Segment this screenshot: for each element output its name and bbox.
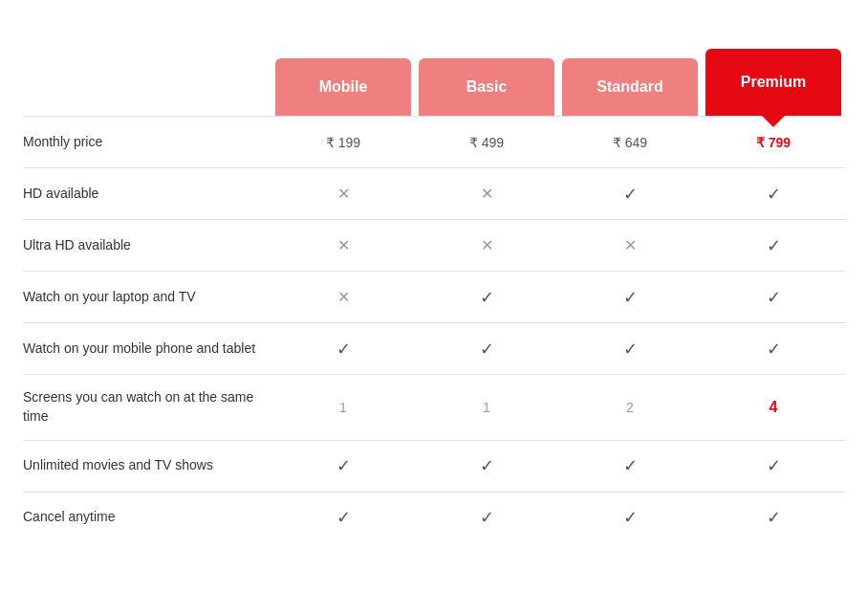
value-standard-cancel: ✓ — [558, 507, 702, 528]
value-basic-mobile-tablet: ✓ — [415, 339, 558, 360]
value-mobile-cancel: ✓ — [271, 507, 415, 528]
value-standard-ultrahd: ✕ — [558, 236, 702, 254]
cross-icon: ✕ — [481, 236, 493, 254]
value-premium-hd: ✓ — [702, 184, 845, 205]
plan-label-premium: Premium — [741, 74, 806, 91]
value-mobile-unlimited: ✓ — [271, 455, 415, 476]
plan-label-basic: Basic — [467, 78, 508, 96]
check-icon: ✓ — [480, 507, 494, 528]
value-mobile-hd: ✕ — [271, 185, 415, 203]
standard-price: ₹ 649 — [613, 135, 647, 150]
basic-price: ₹ 499 — [469, 135, 504, 150]
value-premium-laptop-tv: ✓ — [702, 287, 845, 308]
label-mobile-tablet: Watch on your mobile phone and tablet — [23, 340, 271, 359]
value-premium-mobile-tablet: ✓ — [702, 339, 845, 360]
check-icon: ✓ — [767, 184, 781, 205]
plan-header-premium[interactable]: Premium — [705, 49, 841, 116]
row-monthly-price: Monthly price ₹ 199 ₹ 499 ₹ 649 ₹ 799 — [23, 116, 845, 167]
mobile-price: ₹ 199 — [326, 135, 360, 150]
basic-screens: 1 — [483, 400, 490, 415]
value-basic-unlimited: ✓ — [415, 455, 558, 476]
check-icon: ✓ — [623, 455, 638, 476]
check-icon: ✓ — [623, 184, 638, 205]
value-mobile-mobile-tablet: ✓ — [271, 339, 415, 360]
label-ultrahd: Ultra HD available — [23, 236, 271, 255]
row-mobile-tablet: Watch on your mobile phone and tablet ✓ … — [23, 322, 845, 374]
label-unlimited: Unlimited movies and TV shows — [23, 456, 271, 475]
cross-icon: ✕ — [337, 236, 350, 254]
label-monthly-price: Monthly price — [23, 133, 271, 152]
value-basic-hd: ✕ — [415, 185, 558, 203]
cross-icon: ✕ — [481, 185, 493, 203]
standard-screens: 2 — [626, 400, 634, 415]
value-standard-laptop-tv: ✓ — [558, 287, 702, 308]
check-icon: ✓ — [480, 455, 494, 476]
value-standard-hd: ✓ — [558, 184, 702, 205]
value-mobile-laptop-tv: ✕ — [271, 288, 415, 306]
label-laptop-tv: Watch on your laptop and TV — [23, 288, 271, 307]
premium-price: ₹ 799 — [756, 135, 791, 150]
row-screens: Screens you can watch on at the same tim… — [23, 374, 845, 439]
row-cancel: Cancel anytime ✓ ✓ ✓ ✓ — [23, 492, 845, 543]
value-standard-price: ₹ 649 — [558, 135, 702, 150]
check-icon: ✓ — [767, 339, 781, 360]
header-row: Mobile Basic Standard Premium — [23, 49, 845, 116]
check-icon: ✓ — [767, 235, 781, 256]
plan-label-mobile: Mobile — [319, 78, 368, 96]
value-basic-laptop-tv: ✓ — [415, 287, 558, 308]
premium-screens: 4 — [770, 399, 778, 416]
cross-icon: ✕ — [337, 185, 350, 203]
plan-label-standard: Standard — [597, 78, 662, 96]
check-icon: ✓ — [480, 339, 494, 360]
value-basic-cancel: ✓ — [415, 507, 558, 528]
value-mobile-screens: 1 — [271, 400, 415, 415]
cross-icon: ✕ — [337, 288, 350, 306]
check-icon: ✓ — [336, 339, 351, 360]
row-hd: HD available ✕ ✕ ✓ ✓ — [23, 167, 845, 219]
value-standard-screens: 2 — [558, 400, 702, 415]
cross-icon: ✕ — [624, 236, 637, 254]
value-mobile-ultrahd: ✕ — [271, 236, 415, 254]
value-basic-ultrahd: ✕ — [415, 236, 558, 254]
check-icon: ✓ — [480, 287, 494, 308]
value-premium-cancel: ✓ — [702, 507, 845, 528]
check-icon: ✓ — [623, 287, 638, 308]
check-icon: ✓ — [767, 455, 781, 476]
row-ultrahd: Ultra HD available ✕ ✕ ✕ ✓ — [23, 219, 845, 271]
check-icon: ✓ — [336, 455, 351, 476]
value-premium-ultrahd: ✓ — [702, 235, 845, 256]
check-icon: ✓ — [623, 507, 638, 528]
check-icon: ✓ — [767, 287, 781, 308]
plan-header-mobile[interactable]: Mobile — [275, 58, 411, 116]
mobile-screens: 1 — [339, 400, 347, 415]
plan-header-basic[interactable]: Basic — [419, 58, 554, 116]
value-mobile-price: ₹ 199 — [271, 135, 415, 150]
pricing-table: Mobile Basic Standard Premium Monthly pr… — [23, 49, 845, 542]
label-cancel: Cancel anytime — [23, 508, 271, 527]
label-hd: HD available — [23, 185, 271, 204]
value-basic-price: ₹ 499 — [415, 135, 558, 150]
check-icon: ✓ — [623, 339, 638, 360]
value-premium-price: ₹ 799 — [702, 135, 845, 150]
value-premium-screens: 4 — [702, 399, 845, 416]
value-standard-unlimited: ✓ — [558, 455, 702, 476]
plan-header-standard[interactable]: Standard — [562, 58, 698, 116]
value-standard-mobile-tablet: ✓ — [558, 339, 702, 360]
value-premium-unlimited: ✓ — [702, 455, 845, 476]
value-basic-screens: 1 — [415, 400, 558, 415]
check-icon: ✓ — [767, 507, 781, 528]
label-screens: Screens you can watch on at the same tim… — [23, 388, 271, 426]
row-unlimited: Unlimited movies and TV shows ✓ ✓ ✓ ✓ — [23, 440, 845, 492]
row-laptop-tv: Watch on your laptop and TV ✕ ✓ ✓ ✓ — [23, 271, 845, 322]
check-icon: ✓ — [336, 507, 351, 528]
